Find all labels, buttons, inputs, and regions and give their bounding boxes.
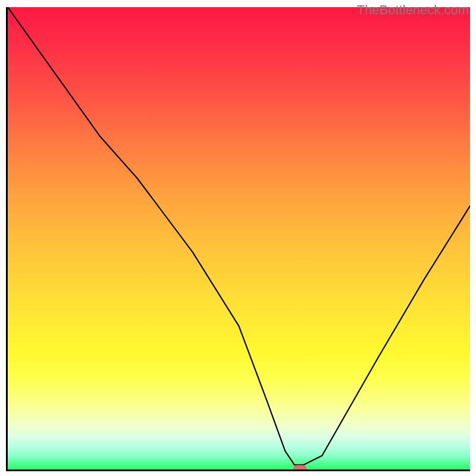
chart-container: TheBottleneck.com (0, 0, 476, 476)
watermark-text: TheBottleneck.com (357, 2, 469, 18)
optimal-point-marker (293, 465, 306, 471)
bottleneck-curve (8, 7, 470, 469)
plot-area (6, 7, 470, 471)
